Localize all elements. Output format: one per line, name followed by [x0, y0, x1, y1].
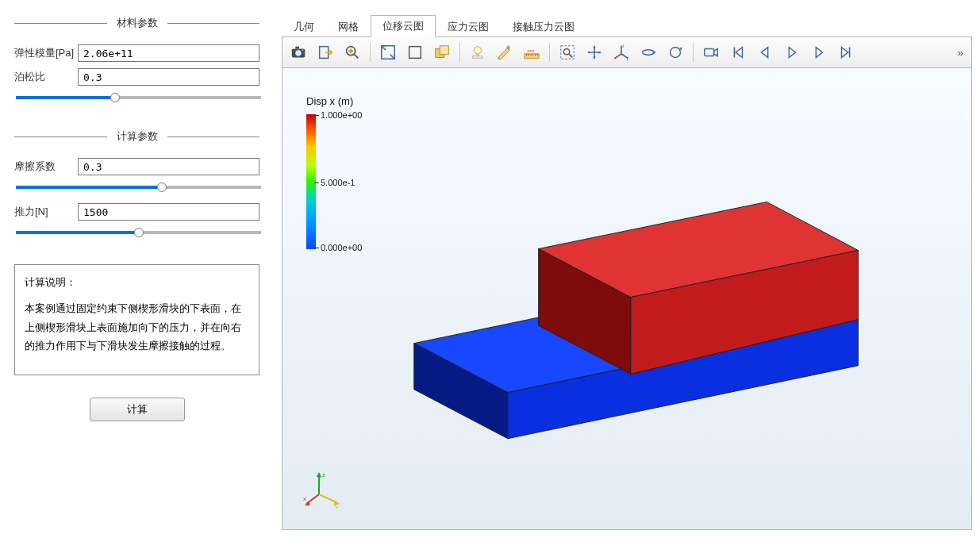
svg-marker-33 [317, 472, 321, 477]
svg-point-3 [302, 49, 304, 51]
sidebar: 材料参数 弹性模量[Pa] 泊松比 计算参数 摩擦系数 [0, 0, 274, 538]
compute-params-group: 计算参数 摩擦系数 推力[N] [14, 129, 259, 248]
svg-text:x: x [614, 56, 617, 60]
force-input[interactable] [78, 203, 259, 221]
toolbar-divider [459, 43, 460, 62]
multi-box-icon[interactable] [429, 40, 455, 64]
svg-rect-2 [295, 47, 299, 49]
viewport-3d[interactable]: Disp x (m) 1.000e+00 5.000e-1 0.000e+00 [282, 68, 972, 530]
tab-contact-pressure[interactable]: 接触压力云图 [501, 16, 586, 37]
svg-text:x: x [303, 495, 306, 502]
svg-point-22 [671, 48, 681, 58]
rotate-y-icon[interactable] [636, 40, 661, 64]
ruler-icon[interactable]: mm [519, 40, 544, 64]
toolbar-divider [370, 43, 371, 62]
pan-icon[interactable] [582, 40, 607, 64]
video-icon[interactable] [698, 40, 724, 64]
force-label: 推力[N] [14, 205, 78, 219]
poisson-label: 泊松比 [14, 70, 78, 84]
tab-bar: 几何 网格 位移云图 应力云图 接触压力云图 [282, 14, 972, 37]
step-back-icon[interactable] [752, 40, 778, 64]
rotate-z-icon[interactable] [663, 40, 688, 64]
material-params-legend: 材料参数 [107, 16, 167, 30]
tab-displacement[interactable]: 位移云图 [371, 15, 436, 37]
outline-box-icon[interactable] [402, 40, 428, 64]
svg-point-1 [295, 50, 302, 56]
tab-mesh[interactable]: 网格 [326, 16, 371, 37]
friction-slider[interactable] [16, 182, 261, 193]
step-forward-icon[interactable] [806, 40, 832, 64]
svg-line-32 [319, 494, 336, 502]
force-slider[interactable] [16, 227, 261, 238]
svg-text:mm: mm [528, 48, 536, 53]
scene-svg [282, 68, 971, 529]
axes-icon[interactable]: zxy [609, 40, 634, 64]
young-modulus-label: 弹性模量[Pa] [14, 46, 78, 60]
svg-text:y: y [626, 56, 628, 60]
description-body: 本案例通过固定约束下侧楔形滑块的下表面，在上侧楔形滑块上表面施加向下的压力，并在… [25, 299, 249, 355]
young-modulus-input[interactable] [78, 44, 259, 62]
compute-button[interactable]: 计算 [90, 398, 185, 421]
svg-rect-12 [473, 56, 483, 59]
zoom-plus-icon[interactable] [340, 40, 365, 64]
export-icon[interactable] [313, 40, 338, 64]
compute-params-legend: 计算参数 [107, 129, 167, 144]
main-area: 几何 网格 位移云图 应力云图 接触压力云图 mm zxy [274, 0, 980, 538]
poisson-input[interactable] [78, 68, 259, 86]
svg-point-10 [474, 47, 481, 54]
svg-point-17 [563, 48, 569, 54]
svg-rect-23 [705, 48, 714, 56]
toolbar-divider [693, 43, 694, 62]
brush-icon[interactable] [492, 40, 517, 64]
camera-icon[interactable] [286, 40, 311, 64]
svg-text:y: y [335, 503, 338, 509]
lightbulb-icon[interactable] [465, 40, 490, 64]
poisson-slider[interactable] [16, 92, 261, 103]
force-row: 推力[N] [14, 203, 259, 221]
tab-geometry[interactable]: 几何 [282, 16, 326, 37]
toolbar-divider [549, 43, 550, 62]
toolbar-overflow-button[interactable]: » [953, 47, 968, 59]
fit-view-icon[interactable] [375, 40, 401, 64]
zoom-area-icon[interactable] [555, 40, 580, 64]
svg-rect-9 [440, 46, 448, 55]
tab-stress[interactable]: 应力云图 [436, 16, 501, 37]
svg-text:z: z [622, 44, 625, 48]
skip-last-icon[interactable] [833, 40, 859, 64]
description-box: 计算说明： 本案例通过固定约束下侧楔形滑块的下表面，在上侧楔形滑块上表面施加向下… [14, 264, 259, 375]
young-modulus-row: 弹性模量[Pa] [14, 44, 259, 62]
svg-text:z: z [322, 471, 325, 478]
material-params-group: 材料参数 弹性模量[Pa] 泊松比 [14, 16, 259, 113]
svg-point-21 [643, 50, 655, 55]
skip-first-icon[interactable] [725, 40, 751, 64]
toolbar: mm zxy » [282, 37, 972, 68]
svg-rect-7 [409, 47, 421, 59]
friction-row: 摩擦系数 [14, 158, 259, 175]
play-icon[interactable] [779, 40, 805, 64]
poisson-row: 泊松比 [14, 68, 259, 86]
orientation-triad-icon: z x y [303, 471, 341, 509]
friction-label: 摩擦系数 [14, 159, 78, 174]
description-title: 计算说明： [25, 273, 249, 291]
friction-input[interactable] [78, 158, 259, 175]
